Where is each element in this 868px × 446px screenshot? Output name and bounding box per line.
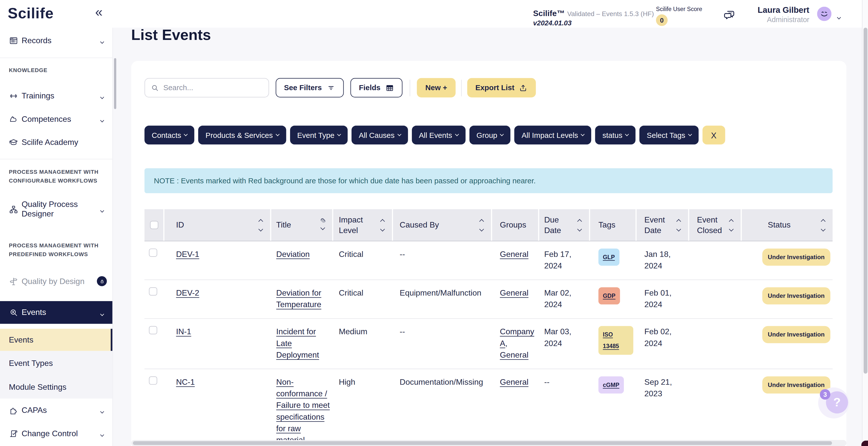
column-header-caused-by[interactable]: Caused By [393,209,492,241]
horizontal-scrollbar-thumb[interactable] [133,441,832,445]
column-header-status[interactable]: Status [742,209,832,241]
sort-ascending-icon[interactable] [729,219,734,223]
group-link[interactable]: Company A [500,327,534,348]
filter-chip-status[interactable]: status [595,126,636,145]
filter-chip-products-services[interactable]: Products & Services [198,126,286,145]
select-all-checkbox[interactable] [150,221,158,229]
sort-ascending-icon[interactable] [821,219,826,223]
filter-chip-all-causes[interactable]: All Causes [352,126,408,145]
column-header-event-date[interactable]: Event Date [637,209,689,241]
sidebar-item-scilife-academy[interactable]: Scilife Academy [0,132,112,153]
sort-ascending-icon[interactable] [320,218,326,223]
sort-ascending-icon[interactable] [479,219,484,223]
column-header-id[interactable]: ID [164,209,271,241]
table-grid-icon [385,84,394,92]
event-id-link[interactable]: IN-1 [176,327,191,336]
sort-descending-icon[interactable] [729,226,734,231]
sidebar-item-records[interactable]: Records [0,30,112,51]
event-title-link[interactable]: Incident for Late Deployment [276,327,319,359]
sidebar-subitem-event-types[interactable]: Event Types [0,351,112,375]
sidebar-collapse-icon[interactable]: « [95,4,102,20]
search-input[interactable] [163,84,263,92]
sidebar-scrollbar-thumb[interactable] [114,58,116,109]
new-button[interactable]: New + [417,78,455,97]
group-link[interactable]: General [500,250,528,258]
group-link[interactable]: General [500,350,528,359]
vertical-scrollbar[interactable] [862,0,868,446]
sort-arrows[interactable] [822,220,825,230]
row-checkbox-cell [145,241,164,280]
export-list-button[interactable]: Export List [467,78,536,97]
top-header: Scilife « Scilife™ Validated – Events 1.… [0,0,868,28]
caused-by-cell: -- [393,241,492,280]
sort-descending-icon[interactable] [479,226,484,231]
sort-descending-icon[interactable] [821,226,826,231]
sidebar-item-change-control[interactable]: Change Control [0,422,112,445]
vertical-scrollbar-thumb[interactable] [864,28,867,374]
tag-chip-glp[interactable]: GLP [598,249,619,266]
sort-arrows[interactable] [381,220,384,230]
sidebar-item-competences[interactable]: Competences [0,108,112,130]
filter-chip-all-impact-levels[interactable]: All Impact Levels [515,126,591,145]
sidebar-subitem-events[interactable]: Events [0,329,112,351]
sidebar-item-quality-process-designer[interactable]: Quality Process Designer [0,195,112,224]
sidebar-subitem-module-settings[interactable]: Module Settings [0,375,112,399]
filter-chip-group[interactable]: Group [469,126,510,145]
sort-descending-icon[interactable] [320,225,325,230]
sort-ascending-icon[interactable] [676,219,681,223]
sidebar-item-capas[interactable]: CAPAs [0,400,112,421]
sort-arrows[interactable] [578,220,581,230]
event-id-link[interactable]: NC-1 [176,377,195,386]
event-title-link[interactable]: Deviation for Temperature [276,288,321,309]
clear-filters-button[interactable]: X [703,126,725,145]
sort-descending-icon[interactable] [676,226,681,231]
chevron-down-icon [101,406,103,415]
sort-descending-icon[interactable] [380,226,385,231]
sidebar-item-label: Change Control [22,429,78,438]
sort-arrows[interactable] [677,220,680,230]
row-checkbox[interactable] [149,287,157,295]
sort-descending-icon[interactable] [577,226,582,231]
event-id-link[interactable]: DEV-2 [176,288,199,297]
column-header-impact-level[interactable]: Impact Level [333,209,393,241]
sort-arrows[interactable] [480,220,483,230]
group-link[interactable]: General [500,288,528,297]
feedback-chat-icon[interactable] [723,8,736,22]
sidebar-item-trainings[interactable]: Trainings [0,85,112,106]
filter-chip-event-type[interactable]: Event Type [290,126,348,145]
sort-ascending-icon[interactable] [258,219,263,223]
see-filters-button[interactable]: See Filters [276,78,344,97]
column-header-title[interactable]: Title [271,209,333,241]
avatar[interactable] [817,6,831,21]
chevron-down-icon [455,132,459,136]
group-link[interactable]: General [500,377,528,386]
event-id-link[interactable]: DEV-1 [176,250,199,258]
fields-button[interactable]: Fields [351,78,403,97]
sort-descending-icon[interactable] [258,226,263,231]
tag-chip-gdp[interactable]: GDP [598,287,620,305]
filter-chip-all-events[interactable]: All Events [412,126,465,145]
filter-chip-select-tags[interactable]: Select Tags [640,126,699,145]
horizontal-scrollbar[interactable] [131,440,846,446]
filter-chip-contacts[interactable]: Contacts [145,126,194,145]
sort-ascending-icon[interactable] [380,219,385,223]
sidebar-item-quality-by-design[interactable]: Quality by Design [0,270,112,292]
event-title-link[interactable]: Deviation [276,250,310,258]
tag-chip-iso-13485[interactable]: ISO 13485 [598,326,633,355]
user-block[interactable]: Laura Gilbert Administrator [758,5,809,24]
event-title-link[interactable]: Non-conformance / Failure to meet specif… [276,377,330,445]
column-header-due-date[interactable]: Due Date [539,209,590,241]
sort-arrows[interactable] [259,220,262,230]
sort-arrows[interactable] [730,220,733,230]
sort-ascending-icon[interactable] [577,219,582,223]
event-closed-cell [689,319,742,369]
help-notification-badge: 3 [820,389,830,400]
row-checkbox[interactable] [149,376,157,385]
sort-arrows[interactable] [321,221,324,229]
column-header-event-closed[interactable]: Event Closed [689,209,742,241]
sidebar-item-events[interactable]: Events [0,301,112,324]
row-checkbox[interactable] [149,249,157,257]
user-menu-chevron-icon[interactable] [838,11,840,21]
tag-chip-cgmp[interactable]: cGMP [598,376,624,393]
row-checkbox[interactable] [149,326,157,334]
